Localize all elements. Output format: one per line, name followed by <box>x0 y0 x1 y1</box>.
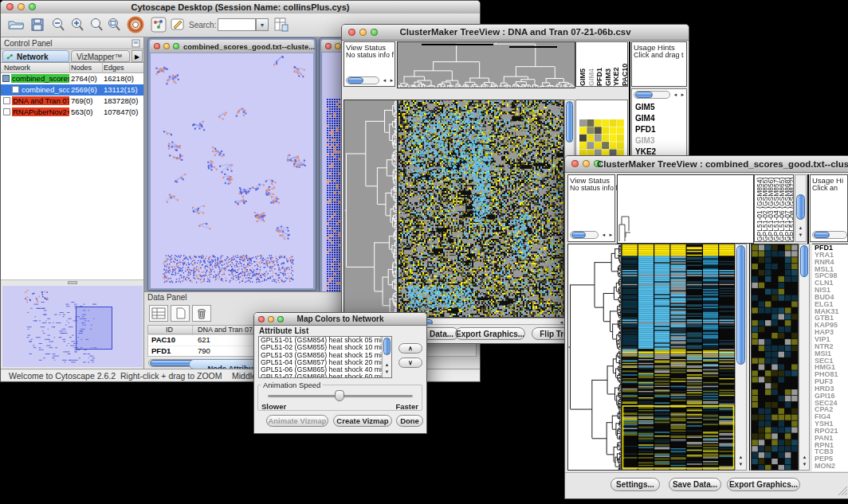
save-icon[interactable] <box>29 17 45 36</box>
scroll-up-arrow[interactable]: ▲ <box>797 225 804 232</box>
tv2-zoom-heatmap[interactable] <box>751 244 799 471</box>
status-hint-zoom: Right-click + drag to ZOOM <box>120 371 222 381</box>
tv1-labels-hscrollbar[interactable] <box>634 91 670 99</box>
scroll-right-arrow[interactable]: ► <box>607 232 614 239</box>
zoom-in-icon[interactable] <box>69 17 85 36</box>
annotation-icon[interactable] <box>170 17 186 36</box>
network-row[interactable]: combined_scores2764(0)16218(0) <box>1 73 143 84</box>
gene-label[interactable]: GIM4 <box>635 113 661 124</box>
attribute-table-icon[interactable] <box>273 17 289 36</box>
table-grid-icon[interactable] <box>149 305 168 322</box>
tv2-titlebar[interactable]: ClusterMaker TreeView : combined_scores_… <box>565 156 848 173</box>
scroll-left-arrow[interactable]: ◄ <box>672 92 679 99</box>
attribute-listbox[interactable]: GPL51-01 (GSM854) heat shock 05 minGPL51… <box>258 336 392 378</box>
resize-grip[interactable] <box>837 485 848 496</box>
gene-label[interactable]: GIM3 <box>635 135 661 147</box>
network-table-empty <box>1 118 143 280</box>
export-graphics-button[interactable]: Export Graphics... <box>727 478 800 491</box>
tv2-column-dendrogram[interactable] <box>617 174 754 244</box>
cell-value: 621 <box>198 335 210 344</box>
search-input[interactable] <box>218 18 256 31</box>
view-status-hscrollbar[interactable] <box>570 231 599 239</box>
network-view-window-a[interactable]: combined_scores_good.txt--cluste... <box>147 37 316 291</box>
tv1-column-dendrogram[interactable] <box>397 41 575 88</box>
tv1-row-dendrogram[interactable] <box>344 100 398 318</box>
search-dropdown-button[interactable]: ▼ <box>256 18 269 31</box>
search-label: Search: <box>189 21 216 29</box>
scroll-up-arrow[interactable]: ▲ <box>383 361 391 369</box>
done-button[interactable]: Done <box>396 415 423 427</box>
float-panel-icon[interactable] <box>132 39 140 49</box>
control-panel-title: Control Panel <box>1 37 143 49</box>
help-ring-icon[interactable] <box>127 16 144 37</box>
network-navigator-thumbnail[interactable] <box>2 286 143 367</box>
gene-label[interactable]: PFD1 <box>635 124 661 135</box>
network-overview-icon[interactable] <box>151 17 167 36</box>
scroll-up-arrow[interactable]: ▲ <box>737 454 744 461</box>
zoom-fit-icon[interactable] <box>106 17 122 36</box>
tv2-row-dendrogram[interactable] <box>567 244 622 471</box>
usage-hints-hscrollbar[interactable] <box>812 231 847 239</box>
scroll-down-arrow[interactable]: ▼ <box>737 461 744 468</box>
trash-icon[interactable] <box>192 305 211 322</box>
move-down-button[interactable]: ∨ <box>398 357 422 368</box>
nodes-count: 2764(0) <box>71 74 97 83</box>
network-name: combined_sco <box>21 85 69 94</box>
export-graphics-button[interactable]: Export Graphics... <box>455 327 525 340</box>
network-row[interactable]: combined_sco2569(6)13112(15) <box>1 84 143 96</box>
save-data-button[interactable]: Save Data... <box>669 478 721 491</box>
minimize-button[interactable] <box>163 43 170 49</box>
animate-vizmap-button[interactable]: Animate Vizmap <box>266 415 328 427</box>
network-view-canvas[interactable] <box>151 53 313 288</box>
tv2-heatmap-vscrollbar[interactable]: ▲ ▼ <box>735 244 747 471</box>
view-status-hscrollbar[interactable] <box>346 76 379 84</box>
close-button[interactable] <box>325 43 332 49</box>
minimize-button[interactable] <box>583 160 590 167</box>
scroll-right-arrow[interactable]: ► <box>388 77 395 84</box>
scroll-down-arrow[interactable]: ▼ <box>801 461 808 468</box>
tab-vizmapper[interactable]: VizMapper™ <box>71 50 130 62</box>
faster-label: Faster <box>395 402 418 411</box>
attribute-list-item[interactable]: GPL51-07 (GSM868) heat shock 60 min <box>259 373 391 378</box>
navigator-divider-handle[interactable] <box>68 281 77 284</box>
tv2-collabels-vscrollbar[interactable]: ▲ ▼ <box>795 174 807 242</box>
scroll-left-arrow[interactable]: ◄ <box>381 77 388 84</box>
tab-overflow-button[interactable]: ▶ <box>132 50 143 62</box>
tv1-titlebar[interactable]: ClusterMaker TreeView : DNA and Tran 07-… <box>342 25 689 41</box>
edges-count: 13112(15) <box>104 85 138 94</box>
zoom-button[interactable] <box>173 43 179 49</box>
create-vizmap-button[interactable]: Create Vizmap <box>333 415 392 427</box>
scroll-left-arrow[interactable]: ◄ <box>600 232 607 239</box>
gene-label[interactable]: MON2 <box>812 463 848 470</box>
network-row[interactable]: DNA and Tran 07769(0)183728(0) <box>1 96 143 107</box>
desktop: Cytoscape Desktop (Session Name: collins… <box>0 0 848 504</box>
scroll-down-arrow[interactable]: ▼ <box>797 232 804 239</box>
zoom-selected-icon[interactable] <box>88 17 104 36</box>
tv2-zoom-vscrollbar[interactable]: ▲ ▼ <box>799 244 810 471</box>
dialog-titlebar[interactable]: Map Colors to Network <box>254 313 426 326</box>
tv1-heatmap[interactable] <box>398 100 564 318</box>
tab-network[interactable]: Network <box>2 50 69 62</box>
speed-slider-thumb[interactable] <box>335 390 344 401</box>
scroll-down-arrow[interactable]: ▼ <box>383 369 391 376</box>
open-folder-icon[interactable] <box>7 17 25 36</box>
scroll-right-arrow[interactable]: ► <box>679 92 686 99</box>
move-up-button[interactable]: ∧ <box>398 343 422 354</box>
new-document-icon[interactable] <box>171 305 190 322</box>
main-titlebar[interactable]: Cytoscape Desktop (Session Name: collins… <box>1 1 480 14</box>
network-row[interactable]: RNAPuberNov2+f563(0)107847(0) <box>1 107 143 118</box>
scroll-up-arrow[interactable]: ▲ <box>801 454 808 461</box>
tv2-heatmap[interactable] <box>621 244 736 471</box>
tv2-usage-hints: Usage Hi Click an <box>810 174 848 242</box>
treeview2-window: ClusterMaker TreeView : combined_scores_… <box>564 155 848 499</box>
minimize-button[interactable] <box>335 43 341 49</box>
status-welcome: Welcome to Cytoscape 2.6.2 <box>9 371 116 381</box>
column-label: PFD1 <box>595 49 603 86</box>
attribute-list-vscrollbar[interactable]: ▲ ▼ <box>382 337 391 377</box>
gene-label[interactable]: GIM5 <box>635 102 661 113</box>
zoom-out-icon[interactable] <box>50 17 66 36</box>
slower-label: Slower <box>261 402 286 411</box>
settings-button[interactable]: Settings... <box>610 478 660 491</box>
close-button[interactable] <box>571 160 579 167</box>
close-button[interactable] <box>154 43 160 49</box>
